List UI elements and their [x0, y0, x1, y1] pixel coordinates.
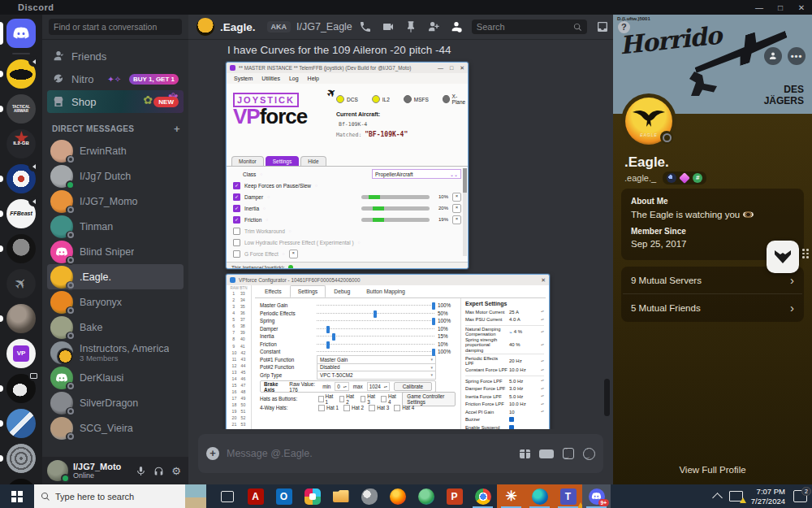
expert-value[interactable]: 5.0 Hz [509, 379, 539, 384]
firefox-button[interactable] [383, 484, 412, 508]
maximize-button[interactable]: □ [770, 3, 791, 12]
expert-value[interactable]: 40 % [509, 342, 539, 347]
tab-monitor[interactable]: Monitor [231, 156, 264, 166]
chat-scrollbar-thumb[interactable] [604, 379, 610, 416]
tab-effects[interactable]: Effects [257, 285, 290, 297]
gain-slider[interactable] [317, 305, 434, 306]
radio-indicator[interactable] [336, 95, 344, 103]
tab-hide[interactable]: Hide [300, 156, 326, 166]
spinner-arrows[interactable]: ▴▾ [541, 331, 544, 334]
radio-indicator[interactable] [404, 95, 412, 103]
spinner-arrows[interactable]: ▴▾ [541, 344, 544, 347]
teams-button[interactable]: T [554, 484, 582, 508]
dm-item-bake[interactable]: Bake [47, 315, 184, 340]
file-explorer-button[interactable] [326, 484, 355, 508]
slider-thumb[interactable] [374, 310, 377, 318]
expert-value[interactable]: 25 A [509, 310, 539, 315]
help-icon[interactable]: ? [618, 21, 630, 33]
hat-checkbox-hat-2[interactable]: Hat 2 [339, 393, 356, 405]
spinner-arrows[interactable]: ▴▾ [541, 403, 544, 406]
expert-value[interactable]: 4 % [514, 329, 539, 334]
gif-picker-icon[interactable]: GIF [539, 449, 554, 458]
dm-item-i-jg7-momo[interactable]: I/JG7_Momo [47, 189, 184, 214]
spinner-arrows[interactable]: ▴▾ [541, 319, 544, 322]
dm-item-instructors-america[interactable]: Instructors, America3 Members [47, 340, 184, 365]
self-avatar[interactable] [47, 460, 68, 481]
video-call-icon[interactable] [381, 20, 395, 34]
server-vpforce[interactable]: VP [6, 339, 36, 368]
remove-effect-button[interactable]: × [452, 215, 461, 224]
slider-thumb[interactable] [326, 341, 330, 349]
checkbox[interactable] [233, 216, 240, 224]
checkbox[interactable] [233, 193, 240, 201]
expert-value[interactable]: 10.0 Hz [509, 367, 539, 372]
sidebar-item-friends[interactable]: Friends [47, 45, 184, 67]
server-tiger-squadron[interactable] [6, 59, 36, 89]
chat-user-avatar[interactable] [197, 18, 214, 36]
server-raaf-roundel[interactable] [6, 164, 36, 193]
hat-checkbox-hat-3[interactable]: Hat 3 [369, 405, 389, 411]
remove-effect-button[interactable]: × [452, 193, 461, 202]
server-cockpit[interactable] [6, 304, 36, 333]
overlay-drag-handle[interactable] [802, 249, 809, 258]
edge-button[interactable] [525, 484, 554, 508]
add-friend-to-dm-icon[interactable] [426, 20, 441, 34]
radio-indicator[interactable] [443, 95, 450, 103]
dm-item-blind-sniper[interactable]: Blind Sniper [47, 239, 184, 264]
task-view-button[interactable] [213, 484, 241, 508]
slider-thumb[interactable] [432, 349, 435, 356]
inbox-icon[interactable] [595, 20, 610, 34]
checkbox[interactable] [233, 239, 240, 246]
radio-indicator[interactable] [372, 95, 380, 103]
minimize-button[interactable]: — [749, 3, 770, 12]
hat-checkbox-hat-1[interactable]: Hat 1 [318, 393, 335, 405]
expert-checkbox[interactable] [509, 417, 514, 422]
tab-button-mapping[interactable]: Button Mapping [358, 285, 413, 297]
server-tactical-airwar[interactable]: TACTICAL AIRWAR [6, 94, 36, 124]
gain-slider[interactable] [317, 351, 434, 352]
remove-effect-button[interactable]: × [452, 204, 461, 213]
server-il2-gb[interactable]: ★IL2-GB [6, 129, 36, 158]
spinner-arrows[interactable]: ▴▾ [541, 395, 544, 398]
calibrate-button[interactable]: Calibrate [394, 382, 432, 391]
hat-checkbox-hat-3[interactable]: Hat 3 [361, 393, 377, 405]
friend-request-button[interactable] [764, 47, 782, 65]
gift-icon[interactable] [520, 449, 530, 458]
spinner-arrows[interactable]: ▴▾ [541, 410, 544, 414]
attach-plus-button[interactable]: + [206, 447, 219, 460]
voice-call-icon[interactable] [358, 20, 373, 34]
close-button[interactable]: ✕ [791, 3, 812, 12]
settings-gear-icon[interactable]: ⚙ [169, 463, 184, 478]
expert-value[interactable]: 5.0 Hz [509, 394, 539, 399]
checkbox[interactable] [233, 228, 240, 235]
gain-slider[interactable] [317, 328, 434, 329]
tracker-app-button[interactable] [355, 484, 383, 508]
conversation-search-input[interactable]: Find or start a conversation [49, 19, 182, 35]
min-spinner[interactable]: 0▴▾ [335, 382, 349, 391]
spinner-arrows[interactable]: ▴▾ [541, 310, 544, 314]
gain-slider[interactable] [317, 344, 434, 345]
expert-value[interactable]: 3.0 Hz [509, 386, 539, 391]
emoji-icon[interactable] [583, 448, 595, 460]
server-plane-new[interactable]: ✈ [6, 479, 36, 484]
slider-thumb[interactable] [432, 302, 435, 310]
expert-value[interactable]: 10 [509, 410, 539, 415]
taskbar-search-input[interactable]: Type here to search [34, 484, 206, 508]
globalprotect-button[interactable] [412, 484, 440, 508]
slider-damper[interactable] [361, 195, 430, 199]
create-dm-button[interactable]: + [174, 123, 180, 135]
checkbox[interactable] [233, 205, 240, 212]
gain-slider[interactable] [317, 320, 434, 321]
acrobat-button[interactable]: A [241, 484, 270, 508]
spinner-arrows[interactable]: ▴▾ [541, 369, 544, 372]
expert-value[interactable]: 4.0 A [509, 317, 539, 322]
server-bomber[interactable]: ✈ [6, 269, 36, 298]
pin-icon[interactable] [404, 20, 418, 34]
server-ffbeast[interactable]: FFBeast [6, 199, 36, 228]
server-shield[interactable] [6, 409, 36, 438]
class-select[interactable]: PropellerAircraft⌄⌄ [372, 169, 461, 179]
hat-checkbox-hat-1[interactable]: Hat 1 [318, 405, 339, 411]
server-waves[interactable] [6, 444, 36, 473]
tab-settings[interactable]: Settings [266, 156, 300, 166]
overlay-widget[interactable] [767, 241, 799, 273]
